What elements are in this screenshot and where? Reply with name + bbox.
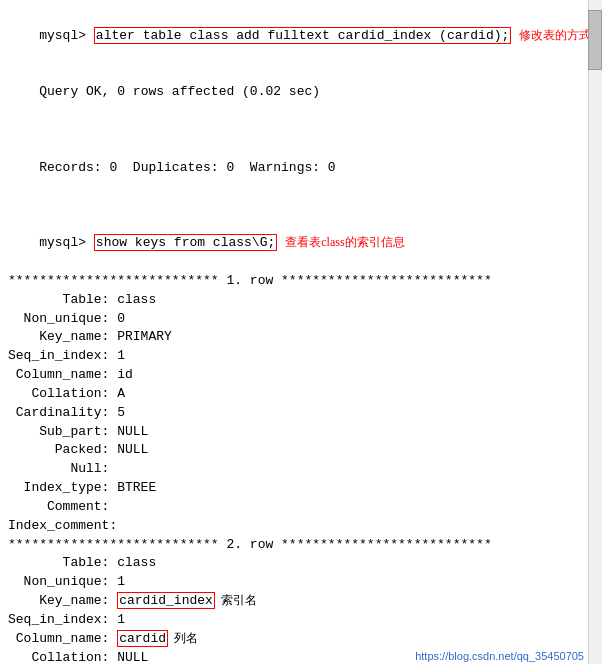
command-line-2: mysql> show keys from class\G;查看表class的索…	[8, 215, 598, 272]
field-nonunique-1: Non_unique: 0	[8, 310, 598, 329]
query-ok-line: Query OK, 0 rows affected (0.02 sec)	[8, 65, 598, 140]
mysql-prompt-1: mysql>	[39, 28, 94, 43]
url-watermark: https://blog.csdn.net/qq_35450705	[415, 650, 584, 662]
field-colname-2: Column_name: cardid列名	[8, 630, 598, 649]
field-comment-1: Comment:	[8, 498, 598, 517]
field-cardinality-1: Cardinality: 5	[8, 404, 598, 423]
field-subpart-1: Sub_part: NULL	[8, 423, 598, 442]
command-line-1: mysql> alter table class add fulltext ca…	[8, 8, 598, 65]
scrollbar[interactable]	[588, 0, 602, 664]
field-seqindex-2: Seq_in_index: 1	[8, 611, 598, 630]
keyname-highlight: cardid_index	[117, 592, 215, 609]
alter-command: alter table class add fulltext cardid_in…	[94, 27, 511, 44]
field-indexcomment-1: Index_comment:	[8, 517, 598, 536]
field-null-1: Null:	[8, 460, 598, 479]
field-colname-1: Column_name: id	[8, 366, 598, 385]
row1-separator: *************************** 1. row *****…	[8, 272, 598, 291]
show-annotation-text: 查看表class的索引信息	[285, 235, 404, 249]
row2-separator: *************************** 2. row *****…	[8, 536, 598, 555]
field-seqindex-1: Seq_in_index: 1	[8, 347, 598, 366]
records-line: Records: 0 Duplicates: 0 Warnings: 0	[8, 140, 598, 197]
field-packed-1: Packed: NULL	[8, 441, 598, 460]
field-keyname-1: Key_name: PRIMARY	[8, 328, 598, 347]
terminal-window: mysql> alter table class add fulltext ca…	[0, 0, 602, 664]
show-keys-command: show keys from class\G;	[94, 234, 277, 251]
field-table-1: Table: class	[8, 291, 598, 310]
field-keyname-2: Key_name: cardid_index索引名	[8, 592, 598, 611]
keyname-label: 索引名	[221, 593, 257, 607]
colname-highlight: cardid	[117, 630, 168, 647]
blank-1	[8, 196, 598, 215]
field-table-2: Table: class	[8, 554, 598, 573]
scrollbar-thumb[interactable]	[588, 10, 602, 70]
colname-label: 列名	[174, 631, 198, 645]
mysql-prompt-2: mysql>	[39, 235, 94, 250]
field-nonunique-2: Non_unique: 1	[8, 573, 598, 592]
field-indextype-1: Index_type: BTREE	[8, 479, 598, 498]
field-collation-1: Collation: A	[8, 385, 598, 404]
